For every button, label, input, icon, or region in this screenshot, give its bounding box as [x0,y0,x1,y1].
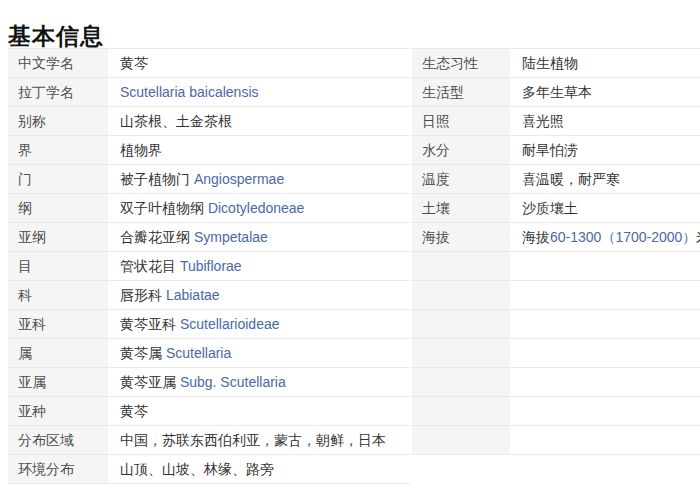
taxon-link[interactable]: Tubiflorae [180,258,242,274]
row-value: 陆生植物 [510,49,700,77]
table-row [412,339,700,368]
row-value-text: 喜光照 [522,113,564,129]
row-value: 多年生草本 [510,78,700,106]
taxon-link[interactable]: 60-1300（1700-2000） [550,229,696,245]
row-label [412,252,510,280]
row-label: 目 [8,252,108,280]
row-value: 山茶根、土金茶根 [108,107,410,135]
row-value: 植物界 [108,136,410,164]
row-value-text: 中国，苏联东西伯利亚，蒙古，朝鲜，日本 [120,432,386,448]
row-value-text: 黄芩 [120,403,148,419]
row-label: 海拔 [412,223,510,251]
taxon-link[interactable]: Scutellaria baicalensis [120,84,259,100]
row-value [510,397,700,425]
row-value: 海拔60-1300（1700-2000）米 [510,223,700,251]
row-value: 黄芩 [108,397,410,425]
taxon-link[interactable]: Labiatae [166,287,220,303]
table-row: 日照 喜光照 [412,107,700,136]
row-label: 科 [8,281,108,309]
basic-info-table-left: 中文学名 黄芩 拉丁学名 Scutellaria baicalensis 别称 … [8,48,410,484]
row-value: 中国，苏联东西伯利亚，蒙古，朝鲜，日本 [108,426,410,454]
taxon-link[interactable]: Angiospermae [194,171,284,187]
table-row: 亚科 黄芩亚科 Scutellarioideae [8,310,410,339]
row-value-text: 沙质壤土 [522,200,578,216]
table-row: 亚属 黄芩亚属 Subg. Scutellaria [8,368,410,397]
row-label: 环境分布 [8,455,108,483]
taxon-link[interactable]: Sympetalae [194,229,268,245]
table-row: 属 黄芩属 Scutellaria [8,339,410,368]
row-label: 亚种 [8,397,108,425]
row-value-text: 耐旱怕涝 [522,142,578,158]
row-label [412,310,510,338]
table-row: 海拔 海拔60-1300（1700-2000）米 [412,223,700,252]
table-row [412,252,700,281]
table-row: 生态习性 陆生植物 [412,49,700,78]
row-label [412,339,510,367]
row-label: 界 [8,136,108,164]
row-label: 亚科 [8,310,108,338]
row-label: 温度 [412,165,510,193]
table-row: 界 植物界 [8,136,410,165]
table-row: 纲 双子叶植物纲 Dicotyledoneae [8,194,410,223]
row-value-text: 黄芩属 [120,345,166,361]
row-value: 被子植物门 Angiospermae [108,165,410,193]
row-value-text: 山顶、山坡、林缘、路旁 [120,461,274,477]
table-row: 别称 山茶根、土金茶根 [8,107,410,136]
row-value: Scutellaria baicalensis [108,78,410,106]
row-value [510,426,700,454]
taxon-link[interactable]: Subg. Scutellaria [180,374,286,390]
row-label: 亚属 [8,368,108,396]
row-value-text: 多年生草本 [522,84,592,100]
table-row: 中文学名 黄芩 [8,49,410,78]
row-value: 唇形科 Labiatae [108,281,410,309]
table-row [412,281,700,310]
row-label: 拉丁学名 [8,78,108,106]
table-row: 科 唇形科 Labiatae [8,281,410,310]
row-label [412,368,510,396]
row-value: 耐旱怕涝 [510,136,700,164]
row-label: 亚纲 [8,223,108,251]
row-value: 黄芩属 Scutellaria [108,339,410,367]
row-label: 中文学名 [8,49,108,77]
row-value: 黄芩 [108,49,410,77]
row-label: 门 [8,165,108,193]
row-value-text: 双子叶植物纲 [120,200,208,216]
row-value-text: 植物界 [120,142,162,158]
row-label: 水分 [412,136,510,164]
table-row: 亚纲 合瓣花亚纲 Sympetalae [8,223,410,252]
table-row [412,397,700,426]
row-value [510,368,700,396]
row-value [510,252,700,280]
table-row: 分布区域 中国，苏联东西伯利亚，蒙古，朝鲜，日本 [8,426,410,455]
row-label: 土壤 [412,194,510,222]
row-value-text: 被子植物门 [120,171,194,187]
row-value-text: 管状花目 [120,258,180,274]
row-value: 管状花目 Tubiflorae [108,252,410,280]
table-row: 土壤 沙质壤土 [412,194,700,223]
row-value [510,339,700,367]
table-row: 水分 耐旱怕涝 [412,136,700,165]
taxon-link[interactable]: Scutellarioideae [180,316,280,332]
table-row [412,310,700,339]
row-value [510,281,700,309]
row-value: 黄芩亚属 Subg. Scutellaria [108,368,410,396]
table-row: 温度 喜温暖，耐严寒 [412,165,700,194]
taxon-link[interactable]: Dicotyledoneae [208,200,305,216]
row-label: 别称 [8,107,108,135]
row-value: 双子叶植物纲 Dicotyledoneae [108,194,410,222]
row-value: 合瓣花亚纲 Sympetalae [108,223,410,251]
table-row [412,368,700,397]
row-value-text: 黄芩 [120,55,148,71]
row-value: 黄芩亚科 Scutellarioideae [108,310,410,338]
table-row: 目 管状花目 Tubiflorae [8,252,410,281]
row-value: 喜光照 [510,107,700,135]
row-value-text: 黄芩亚属 [120,374,180,390]
table-row: 生活型 多年生草本 [412,78,700,107]
row-label: 生活型 [412,78,510,106]
row-value-text: 海拔 [522,229,550,245]
row-value: 沙质壤土 [510,194,700,222]
row-value [510,310,700,338]
row-value-text: 喜温暖，耐严寒 [522,171,620,187]
taxon-link[interactable]: Scutellaria [166,345,231,361]
row-label [412,281,510,309]
